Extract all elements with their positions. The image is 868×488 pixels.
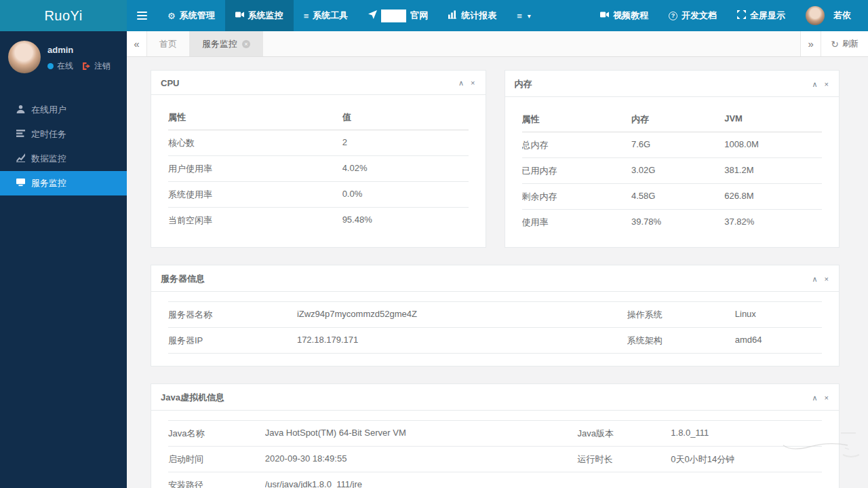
memory-table: 属性 内存 JVM 总内存 7.6G 1008.0M 已用内存 3.02G 38…: [522, 107, 823, 235]
cpu-table: 属性 值 核心数 2 用户使用率 4.02% 系统使用率 0.0%: [168, 105, 469, 233]
sidebar-item-scheduled-tasks[interactable]: 定时任务: [0, 122, 127, 147]
username: admin: [47, 45, 111, 55]
tabs-spacer: [263, 31, 800, 56]
tabs-scroll-right-button[interactable]: »: [800, 31, 821, 56]
menu-icon: ≡: [517, 12, 522, 20]
collapse-icon[interactable]: ∧: [812, 276, 818, 283]
main-content: CPU ∧ × 属性 值 核心数 2 用户使用率: [127, 57, 868, 488]
server-table: 服务器名称 iZwz94p7mycommzd52gme4Z 操作系统 Linux…: [168, 301, 822, 354]
nav-official-site[interactable]: 官网: [358, 0, 438, 31]
navbar-right: 视频教程 ? 开发文档 全屏显示 若依: [590, 0, 868, 31]
tasks-icon: [16, 129, 25, 140]
panel-title: 内存: [515, 78, 532, 90]
table-row: 已用内存 3.02G 381.2M: [522, 158, 823, 184]
tab-home[interactable]: 首页: [147, 31, 190, 56]
gear-icon: ⚙: [167, 12, 176, 20]
sidebar-menu: 在线用户 定时任务 数据监控 服务监控: [0, 98, 127, 195]
refresh-icon: ↻: [831, 39, 839, 50]
table-row: 服务器名称 iZwz94p7mycommzd52gme4Z 操作系统 Linux: [168, 301, 822, 328]
list-icon: ≡: [304, 12, 309, 20]
sidebar: admin 在线 注销 在线用户 定时任务 数据监控 服务监控: [0, 31, 127, 488]
sidebar-item-service-monitor[interactable]: 服务监控: [0, 171, 127, 195]
collapse-icon[interactable]: ∧: [812, 81, 818, 88]
table-row: 总内存 7.6G 1008.0M: [522, 132, 823, 158]
sign-out-icon: [82, 62, 91, 71]
table-row: Java名称 Java HotSpot(TM) 64-Bit Server VM…: [168, 420, 822, 447]
online-dot-icon: [47, 63, 54, 69]
server-info-panel: 服务器信息 ∧ × 服务器名称 iZwz94p7mycommzd52gme4Z …: [151, 265, 840, 367]
sidebar-item-online-users[interactable]: 在线用户: [0, 98, 127, 122]
close-icon[interactable]: ×: [471, 79, 475, 87]
close-icon[interactable]: ×: [825, 81, 829, 88]
data-chart-icon: [16, 153, 25, 164]
sidebar-toggle-button[interactable]: [127, 0, 157, 31]
avatar: [806, 6, 825, 25]
main-menu: ⚙ 系统管理 系统监控 ≡ 系统工具 官网 统计报表 ≡ ▾: [127, 0, 590, 31]
tab-service-monitor[interactable]: 服务监控 ×: [190, 31, 263, 56]
nav-system-tools[interactable]: ≡ 系统工具: [294, 0, 359, 31]
logout-link[interactable]: 注销: [94, 60, 111, 72]
table-row: 剩余内存 4.58G 626.8M: [522, 184, 823, 210]
video-icon: [600, 10, 609, 21]
table-header-row: 属性 值: [168, 105, 469, 130]
close-icon[interactable]: ×: [242, 40, 250, 48]
nav-fullscreen[interactable]: 全屏显示: [727, 0, 795, 31]
fullscreen-icon: [737, 10, 746, 21]
panel-title: 服务器信息: [161, 273, 205, 285]
nav-user-menu[interactable]: 若依: [795, 0, 861, 31]
panel-title: Java虚拟机信息: [161, 392, 224, 404]
top-navbar: RuoYi ⚙ 系统管理 系统监控 ≡ 系统工具 官网 统计报表 ≡ ▾: [0, 0, 868, 31]
angle-double-left-icon: «: [134, 38, 139, 50]
close-icon[interactable]: ×: [825, 276, 829, 283]
jvm-info-panel: Java虚拟机信息 ∧ × Java名称 Java HotSpot(TM) 64…: [151, 383, 840, 488]
nav-more-dropdown[interactable]: ≡ ▾: [507, 0, 541, 31]
tabs-scroll-left-button[interactable]: «: [127, 31, 147, 56]
avatar[interactable]: [8, 41, 41, 73]
app-logo[interactable]: RuoYi: [0, 0, 127, 31]
table-row: 当前空闲率 95.48%: [168, 208, 469, 233]
memory-panel: 内存 ∧ × 属性 内存 JVM 总内存 7.6G 1008.0M: [505, 70, 840, 248]
refresh-button[interactable]: ↻ 刷新: [821, 31, 868, 56]
table-header-row: 属性 内存 JVM: [522, 107, 823, 132]
chevron-down-icon: ▾: [528, 12, 531, 20]
redaction-box: [381, 10, 406, 22]
table-row: 用户使用率 4.02%: [168, 156, 469, 182]
table-row: 核心数 2: [168, 130, 469, 156]
user-profile: admin 在线 注销: [0, 31, 127, 86]
camera-icon: [235, 10, 244, 21]
tab-bar: « 首页 服务监控 × » ↻ 刷新: [127, 31, 868, 57]
angle-double-right-icon: »: [808, 38, 814, 50]
jvm-table: Java名称 Java HotSpot(TM) 64-Bit Server VM…: [168, 420, 822, 488]
panel-title: CPU: [161, 78, 179, 88]
send-icon: [368, 10, 377, 21]
nav-system-monitor[interactable]: 系统监控: [225, 0, 294, 31]
collapse-icon[interactable]: ∧: [812, 394, 818, 402]
hamburger-icon: [137, 12, 147, 20]
nav-dev-docs[interactable]: ? 开发文档: [658, 0, 727, 31]
sidebar-item-data-monitor[interactable]: 数据监控: [0, 147, 127, 171]
cpu-panel: CPU ∧ × 属性 值 核心数 2 用户使用率: [151, 70, 486, 248]
question-icon: ?: [669, 12, 677, 20]
table-row: 使用率 39.78% 37.82%: [522, 210, 823, 235]
bar-chart-icon: [448, 10, 457, 21]
table-row: 启动时间 2020-09-30 18:49:55 运行时长 0天0小时14分钟: [168, 447, 822, 472]
collapse-icon[interactable]: ∧: [458, 79, 464, 87]
monitor-icon: [16, 178, 25, 189]
online-status-label: 在线: [57, 60, 73, 72]
table-row: 系统使用率 0.0%: [168, 182, 469, 208]
nav-video-tutorial[interactable]: 视频教程: [590, 0, 658, 31]
table-row: 服务器IP 172.18.179.171 系统架构 amd64: [168, 328, 822, 354]
close-icon[interactable]: ×: [825, 394, 829, 402]
user-icon: [16, 105, 25, 115]
nav-statistics-report[interactable]: 统计报表: [438, 0, 507, 31]
nav-system-management[interactable]: ⚙ 系统管理: [157, 0, 225, 31]
table-row: 安装路径 /usr/java/jdk1.8.0_111/jre: [168, 472, 822, 488]
